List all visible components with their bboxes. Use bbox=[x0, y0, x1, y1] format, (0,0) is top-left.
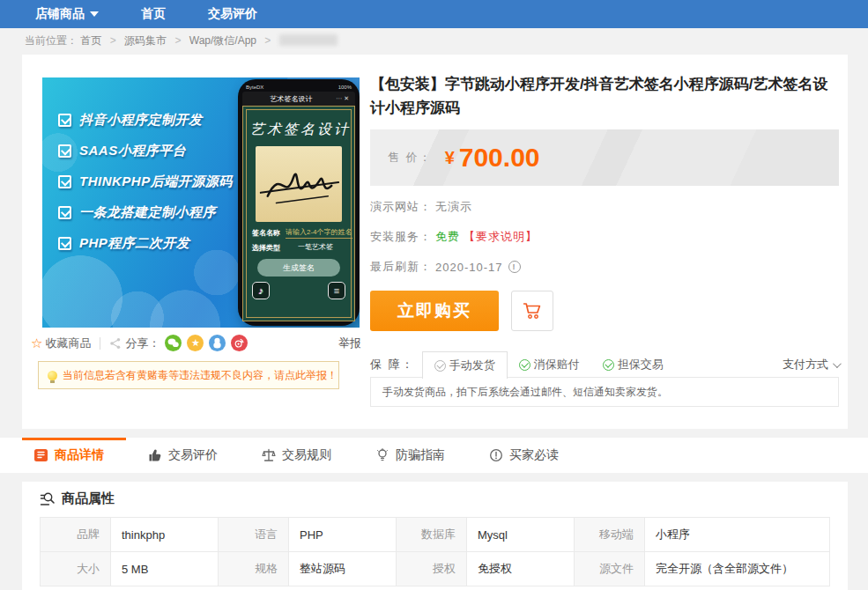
signature-name-row: 签名名称 请输入2-4个字的姓名 bbox=[252, 227, 345, 239]
purchase-row: 立即购买 bbox=[370, 291, 553, 331]
signature-name-input[interactable]: 请输入2-4个字的姓名 bbox=[286, 227, 352, 239]
attributes-header: 商品属性 bbox=[40, 490, 115, 507]
breadcrumb-separator: > bbox=[110, 34, 116, 47]
product-details-icon bbox=[33, 448, 48, 462]
breadcrumb-prefix: 当前位置： bbox=[25, 34, 78, 47]
updated-row: 最后刷新： 2020-10-17 ! bbox=[370, 257, 538, 277]
guarantee-tab-manual-delivery[interactable]: 手动发货 bbox=[422, 351, 508, 379]
feature-item: 一条龙搭建定制小程序 bbox=[58, 202, 233, 223]
check-circle-icon bbox=[434, 360, 446, 372]
phone-footer-icons: ♪ ≡ bbox=[250, 277, 347, 299]
attributes-title: 商品属性 bbox=[62, 490, 115, 507]
check-circle-icon bbox=[519, 359, 530, 371]
attributes-row: 大小 5 MB 规格 整站源码 授权 免授权 源文件 完全开源（含全部源文件） bbox=[41, 552, 830, 586]
nav-trade-reviews[interactable]: 交易评价 bbox=[187, 0, 278, 28]
close-icon: ✕ bbox=[344, 95, 351, 102]
breadcrumb-separator: > bbox=[174, 34, 181, 47]
generate-signature-button[interactable]: 生成签名 bbox=[257, 259, 340, 277]
share-qzone-icon[interactable]: ★ bbox=[187, 335, 204, 351]
attr-label: 规格 bbox=[219, 552, 289, 586]
active-tab-indicator bbox=[22, 438, 126, 440]
records-icon: ≡ bbox=[328, 282, 345, 299]
attr-value: 完全开源（含全部源文件） bbox=[645, 552, 830, 586]
phone-screen: 艺术签名设计 签名名称 请输入2-4个字的姓名 选择类型 bbox=[242, 106, 355, 321]
tab-product-details[interactable]: 商品详情 bbox=[33, 447, 104, 463]
product-info-column: 【包安装】字节跳动小程序开发/抖音艺术签名小程序源码/艺术签名设计小程序源码 售… bbox=[370, 55, 842, 429]
share-weibo-icon[interactable] bbox=[231, 335, 248, 351]
nav-trade-reviews-label: 交易评价 bbox=[208, 6, 257, 22]
content-warning-banner[interactable]: 当前信息若含有黄赌毒等违法违规不良内容，请点此举报！ bbox=[38, 361, 339, 389]
checkbox-icon bbox=[58, 144, 71, 158]
attr-value: 小程序 bbox=[645, 518, 830, 552]
favorite-button[interactable]: 收藏商品 bbox=[45, 336, 91, 351]
checkbox-icon bbox=[58, 175, 71, 188]
tab-trade-reviews[interactable]: 交易评价 bbox=[148, 447, 218, 463]
favorite-share-row: ☆ 收藏商品 分享： ★ 举报 bbox=[31, 335, 361, 351]
attr-label: 品牌 bbox=[41, 518, 111, 552]
cart-icon bbox=[522, 301, 543, 321]
breadcrumb: 当前位置： 首页 > 源码集市 > Wap/微信/App > bbox=[0, 28, 868, 53]
breadcrumb-censored-item bbox=[279, 34, 338, 46]
attr-value: PHP bbox=[289, 518, 397, 552]
guarantee-tab-consumer-protection[interactable]: 消保赔付 bbox=[508, 351, 591, 378]
attributes-card: 商品属性 品牌 thinkphp 语言 PHP 数据库 Mysql 移动端 小程… bbox=[22, 482, 848, 590]
breadcrumb-home[interactable]: 首页 bbox=[80, 34, 101, 47]
checkbox-icon bbox=[58, 237, 71, 250]
nav-store-products-label: 店铺商品 bbox=[35, 6, 85, 22]
app-title: 艺术签名设计 bbox=[250, 121, 347, 139]
favorite-star-icon: ☆ bbox=[31, 336, 42, 351]
tab-anti-fraud-guide[interactable]: 防骗指南 bbox=[375, 447, 445, 463]
guarantee-label: 保 障： bbox=[370, 351, 415, 378]
bulb-icon bbox=[48, 371, 57, 380]
guarantee-row: 保 障： 手动发货 消保赔付 担保交易 支付方式 bbox=[370, 350, 839, 378]
phone-mockup: ByteDX 100% 艺术签名设计 ⋯ ✕ 艺术签名设计 bbox=[238, 79, 360, 326]
attr-label: 数据库 bbox=[397, 518, 467, 552]
attributes-row: 品牌 thinkphp 语言 PHP 数据库 Mysql 移动端 小程序 bbox=[41, 518, 830, 552]
share-wechat-icon[interactable] bbox=[165, 335, 182, 351]
breadcrumb-separator: > bbox=[264, 34, 271, 47]
share-qq-icon[interactable] bbox=[209, 335, 226, 351]
thumbs-up-icon bbox=[148, 448, 162, 462]
attr-label: 源文件 bbox=[575, 552, 645, 586]
info-icon[interactable]: ! bbox=[508, 261, 521, 273]
updated-value: 2020-10-17 bbox=[435, 261, 503, 274]
share-icon bbox=[109, 337, 122, 350]
tab-buyer-must-read[interactable]: 买家必读 bbox=[489, 447, 559, 463]
caret-down-icon bbox=[90, 11, 99, 17]
nav-home[interactable]: 首页 bbox=[120, 0, 187, 28]
breadcrumb-category[interactable]: Wap/微信/App bbox=[189, 34, 256, 47]
product-image[interactable]: 抖音小程序定制开发 SAAS小程序平台 THINKPHP后端开源源码 一条龙搭建… bbox=[42, 77, 360, 328]
detail-tabbar: 商品详情 交易评价 交易规则 防骗指南 bbox=[0, 438, 868, 473]
feature-item: PHP程序二次开发 bbox=[58, 232, 233, 254]
payment-methods-toggle[interactable]: 支付方式 bbox=[783, 351, 839, 378]
signature-scribble bbox=[256, 158, 342, 210]
buy-now-button[interactable]: 立即购买 bbox=[370, 291, 499, 331]
currency-symbol: ¥ bbox=[445, 148, 455, 168]
warning-text: 当前信息若含有黄赌毒等违法违规不良内容，请点此举报！ bbox=[63, 368, 338, 383]
attr-value: 5 MB bbox=[111, 552, 219, 586]
signature-type-select[interactable]: 一笔艺术签 bbox=[286, 242, 345, 253]
attr-label: 大小 bbox=[41, 552, 111, 586]
price-label: 售 价： bbox=[388, 150, 433, 166]
signature-type-row: 选择类型 一笔艺术签 bbox=[252, 242, 345, 253]
scales-icon bbox=[262, 448, 276, 462]
breadcrumb-market[interactable]: 源码集市 bbox=[124, 34, 167, 47]
report-link[interactable]: 举报 bbox=[338, 336, 361, 351]
product-title: 【包安装】字节跳动小程序开发/抖音艺术签名小程序源码/艺术签名设计小程序源码 bbox=[370, 72, 837, 120]
guarantee-tab-escrow[interactable]: 担保交易 bbox=[591, 351, 675, 378]
share-label: 分享： bbox=[125, 336, 160, 351]
install-requirements-link[interactable]: 【要求说明】 bbox=[464, 229, 538, 245]
circle-info-icon bbox=[489, 448, 503, 462]
attr-value: thinkphp bbox=[111, 518, 219, 552]
page: 店铺商品 首页 交易评价 当前位置： 首页 > 源码集市 > Wap/微信/Ap… bbox=[0, 0, 868, 590]
tab-trade-rules[interactable]: 交易规则 bbox=[262, 447, 331, 463]
nav-store-products[interactable]: 店铺商品 bbox=[14, 0, 120, 28]
add-to-cart-button[interactable] bbox=[511, 291, 553, 331]
attr-value: 免授权 bbox=[467, 552, 575, 586]
check-circle-icon bbox=[603, 359, 614, 371]
attributes-table: 品牌 thinkphp 语言 PHP 数据库 Mysql 移动端 小程序 大小 … bbox=[40, 517, 830, 586]
feature-item: 抖音小程序定制开发 bbox=[58, 109, 233, 130]
updated-label: 最后刷新： bbox=[370, 259, 432, 275]
chevron-down-icon bbox=[833, 359, 842, 368]
checkbox-icon bbox=[58, 114, 71, 127]
